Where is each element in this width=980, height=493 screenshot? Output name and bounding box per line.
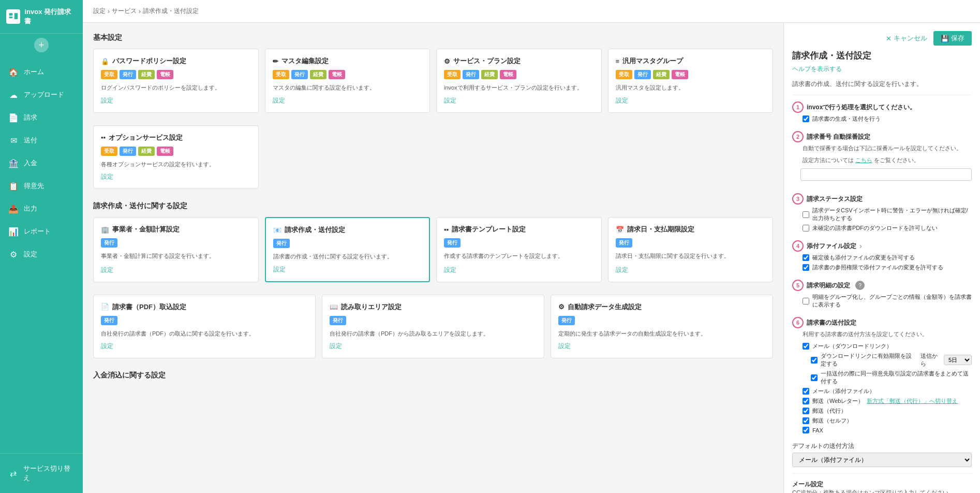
card-template-link[interactable]: 設定 [444,266,594,274]
save-button[interactable]: 💾 保存 [933,31,972,46]
card-auto-gen-link[interactable]: 設定 [558,342,765,351]
sidebar-item-upload-label: アップロード [24,90,64,99]
step6-num: 6 [792,317,804,328]
right-panel: ✕ キャンセル 💾 保存 請求作成・送付設定 ヘルプを表示する 請求書の作成、送… [783,23,980,493]
sidebar-item-settings[interactable]: ⚙ 設定 [0,243,83,266]
sidebar-item-client[interactable]: 📋 得意先 [0,175,83,197]
step6-expiry-select[interactable]: 5日 7日 14日 30日 [944,355,972,365]
step4-checkbox1[interactable] [803,254,809,261]
tag-email: 電帳 [672,70,688,79]
card-invoice-send-title: 📧 請求作成・送付設定 [273,225,422,235]
panel-title: 請求作成・送付設定 [792,50,972,62]
step1-checkbox[interactable] [803,115,809,122]
step6-postal-agency-checkbox[interactable] [803,408,809,414]
step6-fax-label: FAX [812,427,823,433]
step4-checkbox2[interactable] [803,264,809,271]
card-pdf-import-link[interactable]: 設定 [101,342,308,351]
report-icon: 📊 [8,226,19,237]
step6-mail-dl-row: メール（ダウンロードリンク） [792,342,972,350]
breadcrumb: 設定 › サービス › 請求作成・送付設定 [93,7,199,16]
card-business-link[interactable]: 設定 [101,266,251,274]
basic-section-title: 基本設定 [93,33,773,42]
nav-add-button[interactable]: + [34,38,49,52]
step6-batch-checkbox[interactable] [811,374,818,381]
client-icon: 📋 [8,181,19,191]
card-option-link[interactable]: 設定 [101,172,251,181]
sidebar-item-report-label: レポート [24,227,51,236]
tag-issue: 発行 [120,147,136,156]
card-master-group-link[interactable]: 設定 [616,96,766,105]
step5-checkbox[interactable] [803,298,809,304]
step2-row: 2 請求番号 自動採番設定 [792,131,972,142]
step6-expiry-checkbox[interactable] [811,357,818,364]
setting-step5: 5 請求明細の設定 ? 明細をグループ化し、グループごとの情報（金額等）を請求書… [792,280,972,309]
step6-new-method-link[interactable]: 新方式「郵送（代行）」へ切り替え [867,397,958,405]
step6-mail-attach-label: メール（添付ファイル） [812,387,875,395]
step3-checkbox1[interactable] [803,211,809,218]
card-read-area-link[interactable]: 設定 [330,342,537,351]
sidebar-nav: 🏠 ホーム ☁ アップロード 📄 請求 ✉ 送付 🏦 入金 📋 得意先 📤 出力 [0,56,83,453]
sidebar-logo: invox 発行請求書 [0,0,83,34]
default-send-label: デフォルトの送付方法 [792,442,972,451]
tag-issue: 発行 [634,70,651,79]
step4-expand-icon[interactable]: › [859,242,862,250]
cancel-button[interactable]: ✕ キャンセル [886,31,927,46]
card-business-calc: 🏢 事業者・金額計算設定 発行 事業者・金額計算に関する設定を行います。 設定 [93,217,259,282]
step3-row: 3 請求ステータス設定 [792,193,972,205]
tag-issue: 発行 [120,70,136,79]
sidebar-item-payment[interactable]: 🏦 入金 [0,152,83,175]
card-service-tags: 受取 発行 経費 電帳 [444,70,594,79]
sidebar-bottom[interactable]: ⇄ サービス切り替え [0,453,83,493]
card-password-link[interactable]: 設定 [101,96,251,105]
payment-icon: 🏦 [8,158,19,168]
sidebar-item-send[interactable]: ✉ 送付 [0,129,83,152]
sidebar-item-service-switch[interactable]: ⇄ サービス切り替え [8,460,75,487]
tag-email: 電帳 [329,70,345,79]
breadcrumb-settings[interactable]: 設定 [93,7,106,16]
step6-fax-checkbox[interactable] [803,427,809,433]
step2-input[interactable] [800,168,972,181]
switch-icon: ⇄ [8,468,18,479]
step6-postal-web-checkbox[interactable] [803,398,809,404]
header: 設定 › サービス › 請求作成・送付設定 [83,0,980,23]
read-icon: 📖 [330,303,338,311]
sidebar-item-output[interactable]: 📤 出力 [0,197,83,220]
step3-checkbox2[interactable] [803,225,809,231]
step6-postal-self-label: 郵送（セルフ） [812,417,852,425]
card-read-area-desc: 自社発行の請求書（PDF）から読み取るエリアを設定します。 [330,329,537,338]
card-invoice-send-link[interactable]: 設定 [273,265,422,274]
step5-help-btn[interactable]: ? [855,281,865,290]
step1-label: invoxで行う処理を選択してください。 [807,103,916,112]
step3-checkbox2-row: 未確定の請求書PDFのダウンロードを許可しない [792,224,972,232]
help-link[interactable]: ヘルプを表示する [792,65,972,74]
sidebar-item-home[interactable]: 🏠 ホーム [0,61,83,83]
card-template-title: ▪▪ 請求書テンプレート設定 [444,225,594,234]
panel-header-actions: ✕ キャンセル 💾 保存 [792,31,972,46]
card-pdf-import-title: 📄 請求書（PDF）取込設定 [101,302,308,312]
tag-issue: 発行 [330,316,346,325]
step6-mail-attach-checkbox[interactable] [803,388,809,395]
sidebar-item-invoice[interactable]: 📄 請求 [0,106,83,129]
step1-checkbox-label: 請求書の生成・送付を行う [812,115,881,123]
card-service-link[interactable]: 設定 [444,96,594,105]
sidebar-item-report[interactable]: 📊 レポート [0,220,83,243]
breadcrumb-service[interactable]: サービス [112,7,137,16]
sidebar-item-upload[interactable]: ☁ アップロード [0,83,83,106]
step2-num: 2 [792,131,804,142]
card-due-date-link[interactable]: 設定 [616,266,766,274]
card-pdf-import: 📄 請求書（PDF）取込設定 発行 自社発行の請求書（PDF）の取込に関する設定… [93,295,316,359]
step6-postal-web-row: 郵送（Webレター） 新方式「郵送（代行）」へ切り替え [792,397,972,405]
card-master-link[interactable]: 設定 [273,96,423,105]
tag-account: 経費 [653,70,670,79]
step6-postal-self-checkbox[interactable] [803,417,809,424]
home-icon: 🏠 [8,67,19,77]
svg-rect-0 [9,13,12,16]
business-icon: 🏢 [101,226,109,234]
card-option-title: ▪▪ オプションサービス設定 [101,133,251,142]
card-master-group-desc: 汎用マスタを設定します。 [616,83,766,92]
invoice-import-cards-grid: 📄 請求書（PDF）取込設定 発行 自社発行の請求書（PDF）の取込に関する設定… [93,295,773,359]
default-send-select[interactable]: メール（ダウンロードリンク） メール（添付ファイル） 郵送（Webレター） 郵送… [792,453,972,467]
step2-link[interactable]: こちら [855,157,872,163]
step2-sublabel: 自動で採番する場合は下記に採番ルールを設定してください。 [792,144,972,152]
step6-mail-dl-checkbox[interactable] [803,343,809,350]
